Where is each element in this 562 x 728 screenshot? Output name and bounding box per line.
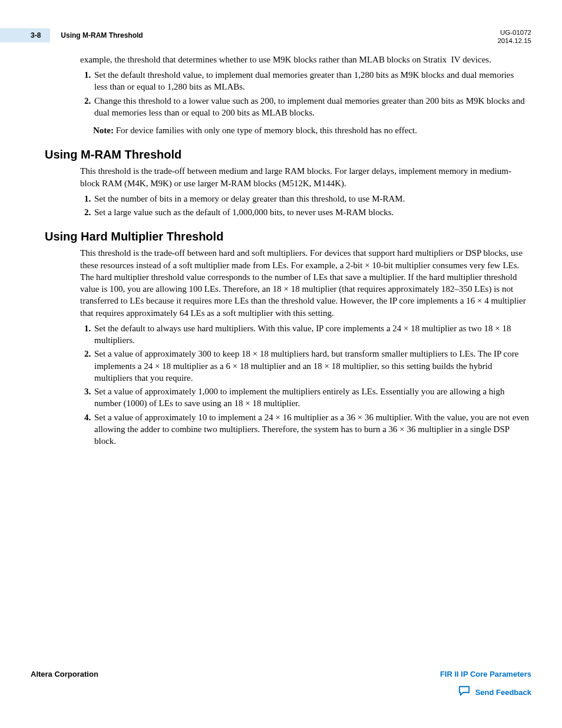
page-header: 3-8 Using M-RAM Threshold UG-01072 2014.… — [31, 28, 531, 45]
hard-ordered-list: Set the default to always use hard multi… — [80, 322, 529, 447]
note-label: Note: — [93, 126, 114, 135]
doc-id: UG-01072 — [497, 28, 531, 37]
section-heading-mram: Using M-RAM Threshold — [45, 147, 529, 163]
page-body: example, the threshold that determines w… — [31, 54, 531, 447]
list-item: Set a large value such as the default of… — [93, 206, 529, 218]
mram-paragraph: This threshold is the trade-off between … — [80, 165, 529, 189]
hard-paragraph: This threshold is the trade-off between … — [80, 247, 529, 319]
running-header-title: Using M-RAM Threshold — [61, 31, 143, 40]
page-number-badge: 3-8 — [0, 28, 50, 42]
list-item: Change this threshold to a lower value s… — [93, 95, 529, 119]
intro-ordered-list: Set the default threshold value, to impl… — [80, 69, 529, 118]
list-item: Set the default threshold value, to impl… — [93, 69, 529, 93]
feedback-icon[interactable] — [458, 685, 471, 700]
doc-date: 2014.12.15 — [497, 37, 531, 45]
note-text: For device families with only one type o… — [116, 126, 417, 135]
note-paragraph: Note: For device families with only one … — [93, 124, 529, 136]
mram-ordered-list: Set the number of bits in a memory or de… — [80, 193, 529, 219]
list-item: Set the number of bits in a memory or de… — [93, 193, 529, 205]
send-feedback-link[interactable]: Send Feedback — [475, 687, 531, 698]
intro-paragraph: example, the threshold that determines w… — [80, 54, 529, 65]
list-item: Set a value of approximately 10 to imple… — [93, 411, 529, 447]
list-item: Set the default to always use hard multi… — [93, 322, 529, 347]
section-heading-hard-multiplier: Using Hard Multiplier Threshold — [45, 229, 529, 245]
list-item: Set a value of approximately 300 to keep… — [93, 348, 529, 384]
list-item: Set a value of approximately 1,000 to im… — [93, 386, 529, 410]
footer-company: Altera Corporation — [31, 669, 98, 680]
footer-doc-link[interactable]: FIR II IP Core Parameters — [440, 669, 531, 680]
page-footer: Altera Corporation FIR II IP Core Parame… — [31, 669, 531, 700]
